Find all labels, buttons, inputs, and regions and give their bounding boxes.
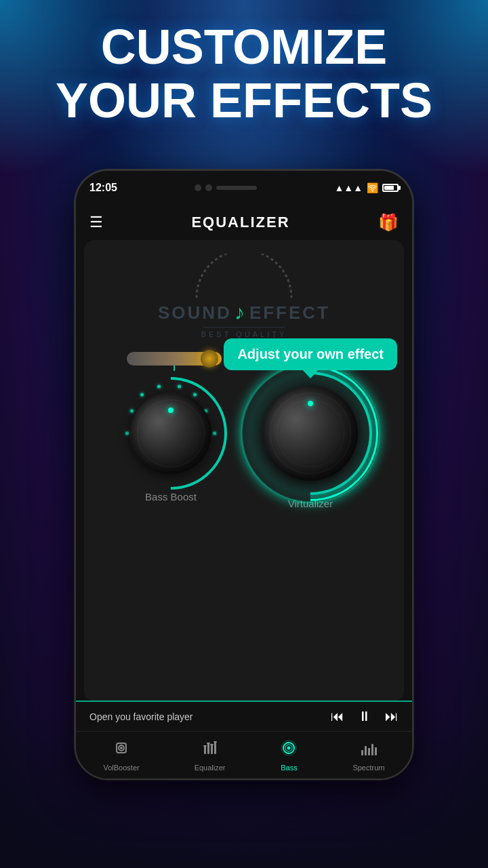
nav-item-volbooster[interactable]: VolBooster — [103, 739, 139, 772]
bass-boost-knob-outer[interactable] — [120, 382, 222, 484]
pause-button[interactable]: ⏸ — [358, 709, 371, 724]
player-controls: ⏮ ⏸ ⏭ — [331, 709, 399, 724]
status-notch — [195, 184, 257, 191]
tooltip-container: Adjust your own effect — [224, 338, 397, 370]
bass-slider-indicator — [174, 366, 175, 371]
main-area: SOUND ♪ EFFECT BEST QUALITY Adjust your … — [84, 240, 404, 701]
app-title: EQUALIZER — [191, 214, 289, 231]
svg-rect-15 — [361, 750, 363, 755]
volbooster-label: VolBooster — [103, 764, 139, 772]
svg-point-2 — [120, 747, 123, 749]
status-icons: ▲▲▲ 🛜 — [334, 182, 399, 193]
virtualizer-indicator — [308, 401, 313, 406]
tooltip-text: Adjust your own effect — [237, 347, 384, 361]
status-bar: 12:05 ▲▲▲ 🛜 — [76, 171, 412, 205]
battery-icon — [382, 184, 399, 192]
svg-rect-16 — [365, 746, 367, 755]
svg-rect-7 — [203, 745, 207, 747]
title-line2: YOUR EFFECTS — [0, 74, 488, 127]
svg-rect-4 — [207, 743, 209, 754]
menu-icon[interactable]: ☰ — [89, 214, 103, 231]
spectrum-icon — [360, 739, 378, 761]
virtualizer-inner-ring2 — [277, 399, 344, 467]
notch-dot-left — [195, 184, 201, 191]
svg-rect-17 — [368, 748, 370, 755]
bass-boost-indicator — [168, 408, 174, 413]
bass-slider-container — [127, 352, 222, 366]
next-button[interactable]: ⏭ — [385, 709, 399, 724]
svg-rect-5 — [211, 745, 213, 754]
watermark-line — [203, 327, 285, 328]
volbooster-icon — [113, 739, 130, 761]
effect-text: EFFECT — [249, 302, 330, 323]
bottom-nav: VolBooster Equalizer — [76, 731, 412, 778]
music-note: ♪ — [235, 301, 247, 324]
signal-icon: ▲▲▲ — [334, 182, 363, 193]
svg-rect-19 — [375, 747, 377, 755]
bass-label: Bass — [281, 764, 297, 772]
sound-effect-watermark: SOUND ♪ EFFECT BEST QUALITY — [98, 254, 390, 338]
virtualizer-knob-body — [263, 386, 358, 481]
bass-boost-knob-body — [130, 393, 211, 474]
bass-slider[interactable] — [127, 352, 222, 366]
phone-content: ☰ EQUALIZER 🎁 SOUND ♪ EFFECT BEST QUALIT… — [76, 205, 412, 778]
bass-boost-knob-container: Bass Boost — [120, 382, 222, 502]
dial-svg — [190, 254, 298, 301]
svg-rect-3 — [204, 746, 206, 754]
bass-boost-label: Bass Boost — [145, 491, 197, 502]
wifi-icon: 🛜 — [367, 182, 378, 193]
svg-point-13 — [287, 746, 291, 749]
equalizer-label: Equalizer — [195, 764, 226, 772]
best-quality: BEST QUALITY — [98, 330, 390, 338]
svg-rect-9 — [210, 744, 214, 745]
sound-effect-text: SOUND ♪ EFFECT — [98, 301, 390, 324]
player-text: Open you favorite player — [89, 711, 193, 722]
svg-rect-6 — [214, 742, 216, 754]
tooltip-box: Adjust your own effect — [224, 338, 397, 370]
app-header: ☰ EQUALIZER 🎁 — [76, 205, 412, 240]
virtualizer-knob-outer[interactable] — [253, 376, 368, 491]
bass-icon — [280, 739, 298, 761]
bass-slider-thumb — [201, 350, 218, 368]
notch-line — [216, 186, 257, 190]
battery-fill — [384, 186, 394, 190]
player-bar: Open you favorite player ⏮ ⏸ ⏭ — [76, 701, 412, 731]
nav-item-spectrum[interactable]: Spectrum — [352, 739, 384, 772]
notch-dot-right — [205, 184, 212, 191]
status-time: 12:05 — [89, 182, 117, 194]
nav-item-equalizer[interactable]: Equalizer — [195, 739, 226, 772]
title-area: CUSTOMIZE YOUR EFFECTS — [0, 20, 488, 127]
knobs-row: Bass Boost — [98, 376, 390, 509]
title-line1: CUSTOMIZE — [0, 20, 488, 74]
spectrum-label: Spectrum — [352, 764, 384, 772]
virtualizer-knob-container: Virtualizer — [253, 376, 368, 509]
gift-icon[interactable]: 🎁 — [378, 213, 399, 232]
svg-rect-8 — [207, 743, 210, 744]
svg-rect-18 — [371, 744, 373, 755]
svg-rect-10 — [214, 741, 217, 743]
nav-item-bass[interactable]: Bass — [280, 739, 298, 772]
equalizer-icon — [201, 739, 219, 761]
sound-text: SOUND — [158, 302, 232, 323]
phone-frame: 12:05 ▲▲▲ 🛜 ☰ EQUALIZER 🎁 — [75, 170, 413, 780]
prev-button[interactable]: ⏮ — [331, 709, 344, 724]
